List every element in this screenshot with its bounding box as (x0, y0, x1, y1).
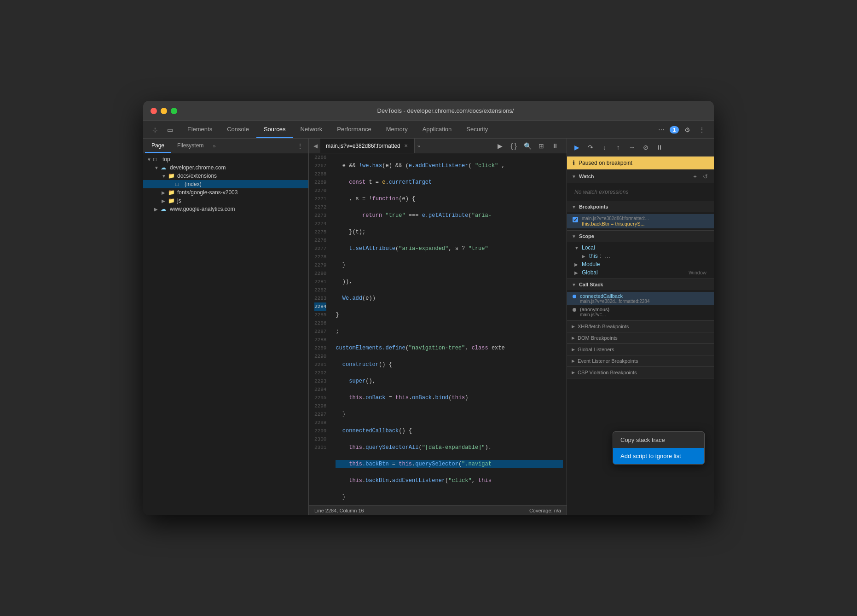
tab-console[interactable]: Console (220, 121, 256, 138)
code-line: } (336, 410, 563, 418)
tree-label-js: js (177, 198, 305, 204)
breakpoint-details: main.js?v=e382d86f:formatted:... this.ba… (582, 216, 649, 227)
event-listener-arrow-icon: ▶ (572, 359, 575, 363)
subtab-page[interactable]: Page (145, 139, 171, 153)
source-subtabs: Page Filesystem » ⋮ (143, 139, 308, 153)
pretty-print-button[interactable]: { } (508, 140, 520, 152)
pause-on-exceptions-button[interactable]: ⏸ (654, 141, 666, 153)
main-tabs: Elements Console Sources Network Perform… (180, 121, 651, 138)
cloud-folder-icon-chrome: ☁ (161, 164, 168, 171)
editor-tab-back-icon[interactable]: ◀ (311, 143, 320, 149)
step-over-button[interactable]: ↷ (585, 141, 596, 153)
callstack-item-anon[interactable]: (anonymous) main.js?v=... (567, 305, 714, 319)
editor-tab-close-button[interactable]: ✕ (403, 142, 409, 149)
editor-tab-more-icon[interactable]: » (415, 143, 423, 149)
tree-item-top[interactable]: ▼ □ top (143, 155, 308, 163)
refresh-watch-button[interactable]: ↺ (701, 172, 709, 180)
scope-this-label: this (589, 253, 598, 259)
scope-section-header[interactable]: ▼ Scope (567, 231, 714, 242)
code-content[interactable]: e && !we.has(e) && (e.addEventListener( … (332, 153, 567, 505)
watch-section-header[interactable]: ▼ Watch + ↺ (567, 169, 714, 183)
maximize-button[interactable] (171, 108, 177, 114)
scope-module-item[interactable]: ▶ Module (567, 260, 714, 268)
file-tree-panel: Page Filesystem » ⋮ ▼ □ top ▼ ☁ (143, 139, 309, 515)
add-script-ignore-item[interactable]: Add script to ignore list (613, 448, 704, 464)
scope-local-label: Local (582, 244, 595, 251)
xhrfetch-section-header[interactable]: ▶ XHR/fetch Breakpoints (567, 321, 714, 332)
step-button[interactable]: → (626, 141, 638, 153)
subtab-menu-button[interactable]: ⋮ (294, 139, 307, 152)
tree-item-index[interactable]: □ (index) (143, 180, 308, 188)
cursor-icon[interactable]: ⊹ (149, 123, 162, 136)
resume-button[interactable]: ▶ (571, 141, 583, 153)
dom-breakpoints-section-header[interactable]: ▶ DOM Breakpoints (567, 332, 714, 344)
code-line: e && !we.has(e) && (e.addEventListener( … (336, 162, 563, 170)
add-watch-button[interactable]: + (691, 172, 699, 180)
settings-icon[interactable]: ⚙ (681, 123, 694, 136)
code-line: connectedCallback() { (336, 427, 563, 435)
tree-arrow-fonts: ▶ (162, 190, 168, 195)
paused-banner: ℹ Paused on breakpoint (567, 157, 714, 169)
editor-tab-main[interactable]: main.js?v=e382d86f:formatted ✕ (320, 139, 415, 153)
tree-item-chrome[interactable]: ▼ ☁ developer.chrome.com (143, 163, 308, 172)
global-listeners-section-header[interactable]: ▶ Global Listeners (567, 344, 714, 355)
breakpoints-section-header[interactable]: ▼ Breakpoints (567, 201, 714, 212)
step-out-button[interactable]: ↑ (612, 141, 624, 153)
tab-performance[interactable]: Performance (330, 121, 378, 138)
more-tabs-button[interactable]: ⋯ (655, 123, 668, 136)
callstack-loc-anon: main.js?v=... (580, 312, 609, 317)
callstack-section-header[interactable]: ▼ Call Stack (567, 279, 714, 290)
tab-icons-left: ⊹ ▭ (145, 123, 180, 136)
dom-arrow-icon: ▶ (572, 336, 575, 340)
scope-button[interactable]: ⊞ (535, 140, 547, 152)
subtab-filesystem[interactable]: Filesystem (171, 139, 210, 153)
pause-button[interactable]: ⏸ (549, 140, 561, 152)
scope-this-arrow-icon: ▶ (582, 254, 586, 259)
callstack-details: connectedCallback main.js?v=e382d...form… (580, 293, 649, 304)
tab-memory[interactable]: Memory (379, 121, 415, 138)
code-line: super(), (336, 377, 563, 385)
event-listener-section-header[interactable]: ▶ Event Listener Breakpoints (567, 355, 714, 367)
tab-sources[interactable]: Sources (256, 121, 293, 138)
more-options-icon[interactable]: ⋮ (695, 123, 708, 136)
code-line: customElements.define("navigation-tree",… (336, 344, 563, 352)
tab-security[interactable]: Security (459, 121, 495, 138)
tab-elements[interactable]: Elements (180, 121, 220, 138)
callstack-item-connected[interactable]: connectedCallback main.js?v=e382d...form… (567, 292, 714, 305)
tabs-end: ⋯ 1 ⚙ ⋮ (651, 123, 712, 136)
scope-global-item[interactable]: ▶ Global Window (567, 268, 714, 277)
line-numbers: 2266 2267 2268 2269 2270 2271 2272 2273 … (309, 153, 332, 505)
tree-arrow-js: ▶ (162, 198, 168, 203)
tab-network[interactable]: Network (293, 121, 330, 138)
paused-label: Paused on breakpoint (579, 160, 632, 166)
callstack-anon-details: (anonymous) main.js?v=... (580, 307, 609, 317)
tree-item-docs[interactable]: ▼ 📁 docs/extensions (143, 172, 308, 180)
close-button[interactable] (151, 108, 157, 114)
minimize-button[interactable] (161, 108, 167, 114)
csp-violation-label: CSP Violation Breakpoints (578, 370, 637, 375)
breakpoint-code: this.backBtn = this.queryS... (582, 221, 649, 227)
csp-violation-section-header[interactable]: ▶ CSP Violation Breakpoints (567, 367, 714, 378)
subtab-more[interactable]: » (210, 143, 218, 149)
breakpoint-checkbox[interactable] (573, 217, 578, 222)
scope-this-item[interactable]: ▶ this : … (567, 252, 714, 260)
tab-application[interactable]: Application (415, 121, 459, 138)
window-title: DevTools - developer.chrome.com/docs/ext… (185, 107, 706, 114)
scope-content: ▼ Local ▶ this : … ▶ Module (567, 242, 714, 279)
scope-global-arrow-icon: ▶ (574, 270, 579, 275)
scope-local-item[interactable]: ▼ Local (567, 244, 714, 252)
code-area[interactable]: 2266 2267 2268 2269 2270 2271 2272 2273 … (309, 153, 567, 505)
play-button[interactable]: ▶ (494, 140, 506, 152)
deactivate-breakpoints-button[interactable]: ⊘ (640, 141, 652, 153)
search-button[interactable]: 🔍 (521, 140, 533, 152)
breakpoint-item: main.js?v=e382d86f:formatted:... this.ba… (567, 214, 714, 228)
mobile-icon[interactable]: ▭ (163, 123, 176, 136)
tree-item-fonts[interactable]: ▶ 📁 fonts/google-sans-v2003 (143, 188, 308, 197)
context-menu: Copy stack trace Add script to ignore li… (613, 431, 705, 465)
tree-item-analytics[interactable]: ▶ ☁ www.google-analytics.com (143, 205, 308, 213)
step-into-button[interactable]: ↓ (598, 141, 610, 153)
tree-item-js[interactable]: ▶ 📁 js (143, 197, 308, 205)
copy-stack-trace-item[interactable]: Copy stack trace (613, 432, 704, 448)
titlebar: DevTools - developer.chrome.com/docs/ext… (143, 101, 714, 121)
watch-section-title: Watch (579, 174, 594, 179)
